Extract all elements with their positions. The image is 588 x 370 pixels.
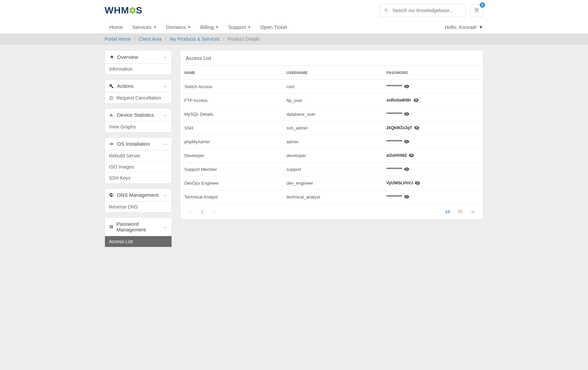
eye-off-icon[interactable] xyxy=(414,125,419,131)
password-value: xnRoSw6tWr xyxy=(387,98,411,103)
cell-name: Support Member xyxy=(180,162,283,176)
sidebar-item-view-graphs[interactable]: View Graphs xyxy=(105,121,172,132)
password-value: ********** xyxy=(387,194,402,199)
chevron-up-icon: ︿ xyxy=(163,112,168,118)
th-name[interactable]: NAME xyxy=(180,66,283,80)
search-icon xyxy=(384,8,389,13)
pagination-prev[interactable] xyxy=(186,207,194,216)
cart-button[interactable]: 0 xyxy=(470,4,483,17)
panel-actions-header[interactable]: Actions ︿ xyxy=(105,80,172,92)
logo-text-pre: WHM xyxy=(105,5,129,16)
eye-icon[interactable] xyxy=(404,139,409,144)
nav-billing[interactable]: Billing▼ xyxy=(196,21,224,33)
password-value: VyUWSLVhVJ xyxy=(387,181,413,185)
grid-icon xyxy=(109,224,114,229)
star-icon: ★ xyxy=(109,54,114,60)
table-row: Developerdeveloperai2oHX662 xyxy=(180,149,483,162)
bar-chart-icon xyxy=(109,113,114,117)
gear-icon xyxy=(128,6,137,14)
pagination-next[interactable] xyxy=(210,207,219,216)
nav-home[interactable]: Home xyxy=(105,21,127,33)
nav-user-menu[interactable]: Hello, Konrad! ▼ xyxy=(445,21,483,33)
eye-icon[interactable] xyxy=(404,194,409,199)
cart-icon xyxy=(474,7,480,13)
breadcrumb-current: Product Details xyxy=(228,36,260,42)
sidebar-item-access-list[interactable]: Access List xyxy=(105,236,172,247)
cell-username: developer xyxy=(283,149,382,162)
table-row: MySQL Detailsdatabase_user********** xyxy=(180,107,483,121)
sidebar-item-iso-images[interactable]: ISO Images xyxy=(105,161,172,173)
th-username[interactable]: USERNAME xyxy=(283,66,382,80)
sidebar-item-information[interactable]: Information xyxy=(105,64,172,74)
table-row: Switch Accessroot********** xyxy=(180,80,483,94)
cell-username: support xyxy=(283,162,382,176)
breadcrumb-portal-home[interactable]: Portal Home xyxy=(105,36,131,42)
page-size-25[interactable]: 25 xyxy=(455,207,465,216)
user-greeting: Hello, Konrad! xyxy=(445,24,477,30)
cell-username: database_user xyxy=(283,107,382,121)
logo[interactable]: WHM S xyxy=(105,5,143,16)
cell-password: ********** xyxy=(382,135,483,149)
caret-down-icon: ▼ xyxy=(248,25,251,29)
sidebar-item-ssh-keys[interactable]: SSH Keys xyxy=(105,173,172,183)
cell-name: SSH xyxy=(180,121,283,135)
panel-overview: ★ Overview ︿ Information xyxy=(105,50,172,75)
caret-down-icon: ▼ xyxy=(153,25,157,29)
logo-text-post: S xyxy=(136,5,143,16)
eye-icon[interactable] xyxy=(404,166,409,172)
panel-os-installation: OS Installation ︿ Rebuild Server ISO Ima… xyxy=(105,137,172,184)
sidebar-item-rebuild-server[interactable]: Rebuild Server xyxy=(105,150,172,161)
nav-services[interactable]: Services▼ xyxy=(127,21,161,33)
ban-icon xyxy=(109,96,114,100)
cell-username: technical_analyst xyxy=(283,190,382,204)
cell-password: 2kQkWZx3qT xyxy=(382,121,483,135)
cell-name: Developer xyxy=(180,149,283,162)
panel-os-installation-header[interactable]: OS Installation ︿ xyxy=(105,138,172,150)
sidebar-item-reverse-dns[interactable]: Reverse DNS xyxy=(105,201,172,212)
table-row: phpMyAdminadmin********** xyxy=(180,135,483,149)
eye-off-icon[interactable] xyxy=(415,180,420,186)
cell-password: xnRoSw6tWr xyxy=(382,94,483,107)
eye-off-icon[interactable] xyxy=(413,98,419,103)
cell-name: phpMyAdmin xyxy=(180,135,283,149)
eye-off-icon[interactable] xyxy=(409,153,414,158)
panel-device-statistics-header[interactable]: Device Statistics ︿ xyxy=(105,109,172,121)
password-value: ********** xyxy=(387,84,402,89)
table-row: DevOps Engineerdev_engineerVyUWSLVhVJ xyxy=(180,176,483,190)
breadcrumb-my-products[interactable]: My Products & Services xyxy=(170,36,220,42)
nav-domains[interactable]: Domains▼ xyxy=(161,21,195,33)
nav-open-ticket[interactable]: Open Ticket xyxy=(256,21,292,33)
chevron-left-icon xyxy=(188,210,192,213)
pagination-page-1[interactable]: 1 xyxy=(198,207,207,216)
th-password[interactable]: PASSWORD xyxy=(382,66,483,80)
eye-icon[interactable] xyxy=(404,84,409,89)
chevron-up-icon: ︿ xyxy=(163,141,168,147)
panel-actions: Actions ︿ Request Cancellation xyxy=(105,79,172,104)
chevron-up-icon: ︿ xyxy=(163,192,168,198)
chevron-right-icon xyxy=(213,210,216,213)
caret-down-icon: ▼ xyxy=(188,25,191,29)
cell-username: admin xyxy=(283,135,382,149)
nav-support[interactable]: Support▼ xyxy=(223,21,255,33)
sidebar-item-request-cancellation[interactable]: Request Cancellation xyxy=(105,92,172,103)
cell-name: FTP Access xyxy=(180,94,283,107)
eye-icon[interactable] xyxy=(404,111,409,117)
page-size-10[interactable]: 10 xyxy=(443,207,452,216)
cell-password: ai2oHX662 xyxy=(382,149,483,162)
breadcrumb-client-area[interactable]: Client Area xyxy=(139,36,161,42)
main-panel: Access List NAME USERNAME PASSWORD Switc… xyxy=(180,50,483,220)
caret-down-icon: ▼ xyxy=(216,25,219,29)
cart-badge: 0 xyxy=(480,2,485,8)
cell-username: root xyxy=(283,80,382,94)
panel-dns-management-header[interactable]: DNS Management ︿ xyxy=(105,189,172,201)
table-row: Technical Analysttechnical_analyst******… xyxy=(180,190,483,204)
panel-dns-management: DNS Management ︿ Reverse DNS xyxy=(105,188,172,213)
search-input[interactable] xyxy=(392,8,462,13)
page-size-∞[interactable]: ∞ xyxy=(468,207,478,216)
panel-overview-header[interactable]: ★ Overview ︿ xyxy=(105,50,172,64)
panel-password-management: Password Management ︿ Access List xyxy=(105,217,172,247)
search-box[interactable] xyxy=(380,4,466,17)
access-list-table: NAME USERNAME PASSWORD Switch Accessroot… xyxy=(180,66,483,204)
password-value: ai2oHX662 xyxy=(387,153,407,158)
panel-password-management-header[interactable]: Password Management ︿ xyxy=(105,218,172,236)
